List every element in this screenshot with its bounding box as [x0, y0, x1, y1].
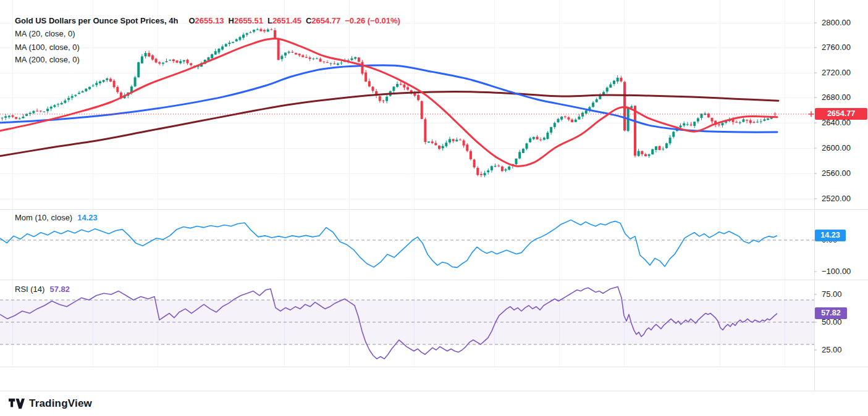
mom-axis-label: −100.00	[822, 267, 851, 277]
tradingview-logo-icon	[9, 397, 25, 410]
price-axis-label: 2760.00	[822, 43, 851, 52]
high-value: 2655.51	[234, 16, 263, 25]
open-label: O	[188, 16, 195, 25]
rsi-legend-value: 57.82	[49, 285, 70, 294]
time-axis[interactable]: 152024Nov611152025Dec5	[0, 367, 868, 391]
price-axis-label: 2600.00	[822, 143, 851, 153]
open-value: 2655.13	[195, 16, 224, 25]
price-axis-label: 2800.00	[822, 18, 851, 28]
low-value: 2651.45	[272, 16, 301, 25]
ma200-legend[interactable]: MA (200, close, 0)	[15, 54, 80, 65]
main-legend-row[interactable]: Gold US Dollars per Ounce Spot Prices, 4…	[15, 15, 400, 26]
close-value: 2654.77	[311, 16, 340, 25]
current-price-badge: 2654.77	[815, 108, 867, 120]
rsi-axis-label: 25.00	[822, 345, 842, 355]
low-label: L	[268, 16, 272, 25]
rsi-legend-row[interactable]: RSI (14)57.82	[15, 284, 70, 294]
mom-legend-value: 14.23	[77, 213, 98, 222]
rsi-value-badge: 57.82	[815, 307, 847, 319]
tradingview-logo-text: TradingView	[29, 397, 92, 410]
rsi-axis-label: 75.00	[822, 289, 842, 299]
mom-value-badge: 14.23	[815, 230, 846, 241]
trading-chart-app: Gold US Dollars per Ounce Spot Prices, 4…	[0, 0, 868, 416]
change-value: −0.26 (−0.01%)	[345, 16, 400, 25]
symbol-title[interactable]: Gold US Dollars per Ounce Spot Prices, 4…	[15, 16, 178, 25]
price-axis-label: 2720.00	[822, 68, 851, 78]
mom-legend-label: Mom (10, close)	[15, 213, 72, 222]
rsi-legend-label: RSI (14)	[15, 285, 44, 294]
ohlc-values: O2655.13H2655.51L2651.45C2654.77	[184, 16, 340, 25]
price-axis-label: 2520.00	[822, 194, 851, 204]
price-axis-label: 2560.00	[822, 168, 851, 178]
price-axis-label: 2680.00	[822, 93, 851, 102]
chart-canvas[interactable]	[0, 0, 868, 416]
high-label: H	[229, 16, 234, 25]
mom-legend-row[interactable]: Mom (10, close)14.23	[15, 212, 98, 223]
ma20-legend[interactable]: MA (20, close, 0)	[15, 28, 75, 39]
tradingview-attribution[interactable]: TradingView	[9, 396, 92, 412]
close-label: C	[306, 16, 311, 25]
ma100-legend[interactable]: MA (100, close, 0)	[15, 42, 80, 52]
